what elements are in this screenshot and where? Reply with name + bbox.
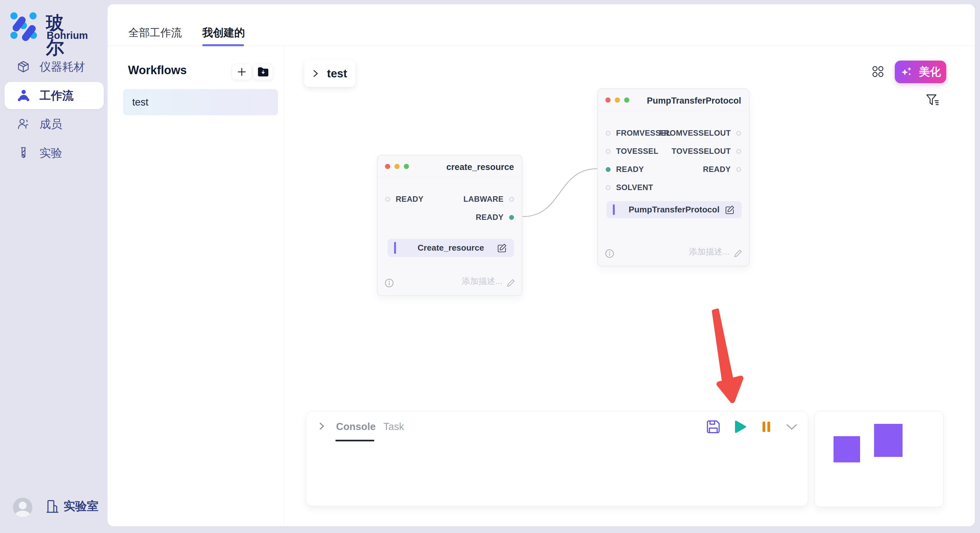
console-active-underline bbox=[336, 440, 374, 441]
test-tube-icon bbox=[17, 146, 30, 159]
pause-icon[interactable] bbox=[759, 419, 774, 435]
port-out-tovesselout[interactable]: TOVESSELOUT bbox=[671, 144, 741, 159]
port-handle[interactable] bbox=[736, 131, 741, 136]
filter-funnel-icon[interactable] bbox=[926, 93, 940, 107]
chevron-down-icon[interactable] bbox=[784, 419, 800, 435]
port-handle[interactable] bbox=[606, 149, 611, 154]
traffic-green-dot[interactable] bbox=[624, 97, 629, 103]
port-label: TOVESSELOUT bbox=[671, 147, 731, 156]
node-create-resource[interactable]: create_resource READY LABWARE READY Crea… bbox=[377, 155, 522, 296]
port-handle[interactable] bbox=[606, 131, 611, 136]
traffic-red-dot[interactable] bbox=[605, 97, 611, 103]
port-in-solvent[interactable]: SOLVENT bbox=[606, 180, 653, 195]
beautify-label: 美化 bbox=[919, 65, 941, 79]
traffic-yellow-dot[interactable] bbox=[395, 164, 399, 169]
traffic-yellow-dot[interactable] bbox=[615, 97, 620, 103]
lab-entry[interactable]: 实验室 bbox=[46, 498, 99, 514]
port-label: FROMVESSELOUT bbox=[659, 128, 731, 138]
run-play-icon[interactable] bbox=[732, 419, 748, 435]
edit-icon[interactable] bbox=[497, 243, 507, 253]
node-header: create_resource bbox=[377, 155, 522, 178]
port-handle[interactable] bbox=[736, 167, 741, 172]
chevron-right-icon bbox=[312, 69, 320, 78]
traffic-light-dots bbox=[385, 164, 409, 169]
workflow-person-icon bbox=[17, 89, 30, 102]
app-root: 玻尔 Bohrium 仪器耗材 工作流 bbox=[0, 0, 980, 533]
pill-accent-bar bbox=[613, 204, 615, 215]
info-icon[interactable] bbox=[385, 279, 394, 287]
members-icon bbox=[17, 117, 30, 130]
node-pump-transfer-protocol[interactable]: PumpTransferProtocol FROMVESSEL FROMVESS… bbox=[597, 89, 749, 266]
beautify-button[interactable]: 美化 bbox=[895, 60, 946, 83]
port-out-fromvesselout[interactable]: FROMVESSELOUT bbox=[659, 126, 741, 140]
port-handle-connected[interactable] bbox=[606, 167, 611, 172]
port-label: READY bbox=[703, 165, 731, 174]
breadcrumb-label: test bbox=[327, 67, 347, 80]
save-icon[interactable] bbox=[705, 419, 721, 435]
command-grid-icon[interactable] bbox=[872, 65, 885, 78]
node-description-placeholder[interactable]: 添加描述... bbox=[461, 276, 502, 287]
port-handle[interactable] bbox=[385, 197, 390, 202]
node-description-placeholder[interactable]: 添加描述... bbox=[689, 246, 730, 257]
folder-download-icon bbox=[257, 67, 269, 77]
active-tab-underline bbox=[202, 44, 244, 46]
canvas-minimap[interactable] bbox=[815, 411, 944, 507]
canvas-breadcrumb-expander[interactable]: test bbox=[304, 60, 355, 87]
port-in-ready[interactable]: READY bbox=[606, 162, 644, 176]
sidebar: 玻尔 Bohrium 仪器耗材 工作流 bbox=[0, 0, 108, 533]
minimap-node-create-resource bbox=[834, 436, 860, 462]
sidebar-item-workflow[interactable]: 工作流 bbox=[5, 82, 104, 109]
port-label: TOVESSEL bbox=[616, 147, 659, 156]
lab-label: 实验室 bbox=[64, 498, 99, 514]
port-label: SOLVENT bbox=[616, 183, 653, 192]
workflows-panel-title: Workflows bbox=[128, 63, 187, 77]
port-out-ready[interactable]: READY bbox=[476, 210, 514, 224]
port-in-ready[interactable]: READY bbox=[385, 192, 423, 206]
console-collapse-chevron-icon[interactable] bbox=[317, 422, 326, 431]
plus-icon bbox=[237, 67, 247, 77]
port-handle[interactable] bbox=[509, 197, 514, 202]
pill-label: Create_resource bbox=[417, 243, 484, 253]
traffic-green-dot[interactable] bbox=[404, 164, 409, 169]
node-action-pill[interactable]: Create_resource bbox=[388, 239, 514, 257]
port-label: READY bbox=[616, 165, 644, 174]
edit-icon[interactable] bbox=[725, 205, 735, 215]
sidebar-item-instruments[interactable]: 仪器耗材 bbox=[5, 53, 104, 80]
workflow-panel-divider bbox=[283, 46, 284, 526]
port-out-ready[interactable]: READY bbox=[703, 162, 741, 176]
node-header: PumpTransferProtocol bbox=[598, 89, 749, 111]
sidebar-footer: 实验室 bbox=[0, 493, 108, 532]
sidebar-item-label: 工作流 bbox=[40, 88, 73, 103]
brand-name-en: Bohrium bbox=[47, 30, 88, 41]
node-action-pill[interactable]: PumpTransferProtocol bbox=[606, 201, 742, 218]
sparkles-icon bbox=[900, 65, 914, 79]
port-label: LABWARE bbox=[463, 195, 504, 204]
console-tab-console[interactable]: Console bbox=[336, 421, 375, 433]
pencil-icon[interactable] bbox=[733, 249, 743, 258]
port-handle[interactable] bbox=[606, 185, 611, 190]
tab-all-workflows[interactable]: 全部工作流 bbox=[128, 25, 182, 40]
workflow-item-name: test bbox=[132, 97, 148, 108]
traffic-light-dots bbox=[605, 97, 629, 103]
workflow-list-item-test[interactable]: test bbox=[123, 89, 278, 115]
port-handle[interactable] bbox=[736, 149, 741, 154]
avatar-head bbox=[19, 501, 27, 509]
console-tab-task[interactable]: Task bbox=[383, 421, 404, 433]
pill-accent-bar bbox=[394, 242, 396, 254]
node-title: PumpTransferProtocol bbox=[647, 96, 741, 106]
add-workflow-button[interactable] bbox=[232, 64, 252, 80]
port-handle-connected[interactable] bbox=[509, 215, 514, 220]
sidebar-item-label: 仪器耗材 bbox=[40, 59, 85, 75]
traffic-red-dot[interactable] bbox=[385, 164, 390, 169]
port-out-labware[interactable]: LABWARE bbox=[463, 192, 514, 206]
node-title: create_resource bbox=[446, 162, 514, 172]
pencil-icon[interactable] bbox=[506, 279, 515, 287]
user-avatar[interactable] bbox=[13, 498, 32, 517]
bohrium-logo-icon bbox=[10, 11, 45, 41]
sidebar-item-experiments[interactable]: 实验 bbox=[5, 139, 104, 167]
port-in-tovessel[interactable]: TOVESSEL bbox=[606, 144, 659, 159]
import-folder-button[interactable] bbox=[253, 64, 273, 80]
info-icon[interactable] bbox=[605, 249, 614, 258]
sidebar-item-members[interactable]: 成员 bbox=[5, 110, 104, 138]
tab-my-created[interactable]: 我创建的 bbox=[202, 25, 245, 40]
